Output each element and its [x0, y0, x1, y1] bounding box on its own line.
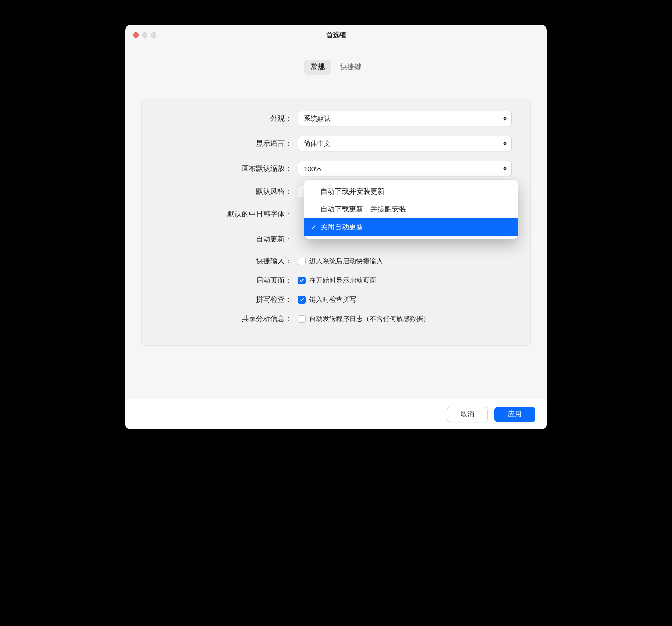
cancel-button[interactable]: 取消: [447, 407, 488, 422]
spell-checkbox[interactable]: [298, 296, 306, 304]
check-icon: ✓: [311, 223, 316, 232]
analytics-label: 共享分析信息：: [142, 314, 298, 324]
window-title: 首选项: [326, 31, 346, 39]
style-label: 默认风格：: [142, 187, 298, 196]
quick-input-label: 快捷输入：: [142, 257, 298, 266]
auto-update-option-off[interactable]: ✓ 关闭自动更新: [304, 218, 518, 236]
analytics-text: 自动发送程序日志（不含任何敏感数据）: [309, 315, 430, 323]
start-page-label: 启动页面：: [142, 276, 298, 285]
auto-update-dropdown: ✓ 自动下载并安装更新 ✓ 自动下载更新，并提醒安装 ✓ 关闭自动更新: [304, 180, 518, 239]
spell-text: 键入时检查拼写: [309, 296, 356, 304]
tab-shortcuts[interactable]: 快捷键: [334, 60, 368, 75]
appearance-label: 外观：: [142, 114, 298, 123]
appearance-select-value: 系统默认: [304, 114, 331, 123]
start-page-text: 在开始时显示启动页面: [309, 276, 376, 285]
language-select[interactable]: 简体中文: [298, 136, 512, 151]
zoom-label: 画布默认缩放：: [142, 164, 298, 173]
tab-bar: 常规 快捷键: [125, 60, 547, 75]
apply-button[interactable]: 应用: [494, 407, 535, 422]
dropdown-option-label: 自动下载并安装更新: [320, 187, 385, 196]
start-page-checkbox[interactable]: [298, 277, 306, 284]
analytics-checkbox[interactable]: [298, 315, 306, 323]
appearance-select[interactable]: 系统默认: [298, 111, 512, 126]
minimize-window-button[interactable]: [142, 32, 147, 38]
zoom-select[interactable]: 100%: [298, 161, 512, 176]
preferences-window: 首选项 常规 快捷键 外观： 系统默认 显示语言： 简体中文: [125, 25, 547, 429]
maximize-window-button[interactable]: [151, 32, 156, 38]
language-select-value: 简体中文: [304, 140, 331, 148]
auto-update-label: 自动更新：: [142, 235, 298, 244]
cjk-font-label: 默认的中日韩字体：: [142, 210, 298, 219]
auto-update-option-remind[interactable]: ✓ 自动下载更新，并提醒安装: [304, 200, 518, 218]
tab-general[interactable]: 常规: [304, 60, 331, 75]
auto-update-option-install[interactable]: ✓ 自动下载并安装更新: [304, 182, 518, 200]
quick-input-text: 进入系统后启动快捷输入: [309, 257, 383, 266]
zoom-select-value: 100%: [304, 165, 321, 173]
dialog-footer: 取消 应用: [125, 399, 547, 429]
language-label: 显示语言：: [142, 139, 298, 148]
general-settings-panel: 外观： 系统默认 显示语言： 简体中文 画布默认缩放： 100%: [141, 98, 531, 346]
traffic-lights: [133, 32, 156, 38]
close-window-button[interactable]: [133, 32, 139, 38]
quick-input-checkbox[interactable]: [298, 258, 306, 265]
titlebar: 首选项: [125, 25, 547, 45]
dropdown-option-label: 自动下载更新，并提醒安装: [320, 205, 406, 214]
dropdown-option-label: 关闭自动更新: [320, 223, 363, 232]
spell-label: 拼写检查：: [142, 295, 298, 305]
